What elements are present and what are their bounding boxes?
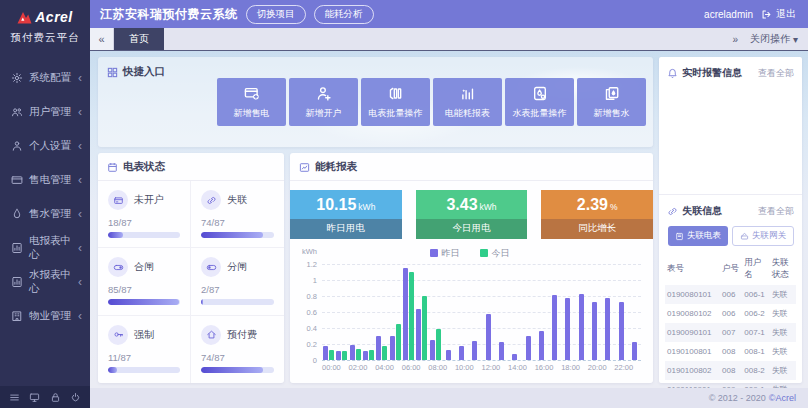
quick-button-label: 新增售水 <box>594 107 630 120</box>
status-value: 18/87 <box>108 217 180 228</box>
sidebar-item-electricity-report-center[interactable]: 电报表中心‹ <box>0 231 90 265</box>
offline-tab-offline-gateways[interactable]: 失联网关 <box>732 226 794 246</box>
taskbar-power-button[interactable] <box>70 392 81 403</box>
left-column: 快捷入口 新增售电新增开户电表批量操作电能耗报表水表批量操作新增售水 电表状态 … <box>98 57 653 383</box>
sidebar-item-system-config[interactable]: 系统配置‹ <box>0 61 90 95</box>
meter-status-panel: 电表状态 未开户18/87失联74/87合闸85/87分闸2/87强制11/87… <box>98 153 284 383</box>
status-label: 强制 <box>134 328 154 342</box>
energy-stat-2: 2.39%同比增长 <box>541 190 653 239</box>
logout-button[interactable]: 退出 <box>761 7 796 21</box>
x-tick-cell: 10:00 <box>455 360 474 372</box>
table-cell: 008 <box>720 342 742 361</box>
status-progress-fill <box>108 299 179 305</box>
status-progress-fill <box>201 367 263 373</box>
quick-button-label: 新增开户 <box>306 107 342 120</box>
energy-stat-unit: kWh <box>480 202 497 212</box>
status-progress-track <box>108 299 180 305</box>
offline-view-all-link[interactable]: 查看全部 <box>758 205 794 218</box>
taskbar-monitor-button[interactable] <box>29 392 40 403</box>
home-icon <box>206 329 217 340</box>
table-row: 0190100802008008-2失联 <box>665 361 796 380</box>
sidebar-item-label: 电报表中心 <box>29 234 72 262</box>
sidebar-item-property-management[interactable]: 物业管理‹ <box>0 299 90 333</box>
x-tick-label: 06:00 <box>402 363 421 372</box>
y-tick-label: 1.2 <box>307 260 317 269</box>
table-cell: 失联 <box>770 361 796 380</box>
acrel-logo-icon <box>17 11 32 24</box>
bottom-row: 电表状态 未开户18/87失联74/87合闸85/87分闸2/87强制11/87… <box>98 153 653 383</box>
quick-button-label: 水表批量操作 <box>513 107 567 120</box>
user-icon <box>11 140 23 152</box>
x-tick-cell: 16:00 <box>535 360 554 372</box>
table-cell: 失联 <box>770 323 796 342</box>
meter-mini-icon <box>675 232 684 241</box>
status-item-forced: 强制11/87 <box>98 316 191 383</box>
status-icon-wrap <box>108 325 128 345</box>
offline-tabs: 失联电表失联网关 <box>659 224 802 253</box>
logout-icon <box>761 9 772 20</box>
legend-item-0[interactable]: 昨日 <box>430 247 460 260</box>
tab-home[interactable]: 首页 <box>114 28 164 50</box>
table-cell: 007-1 <box>742 323 770 342</box>
x-tick-cell: 08:00 <box>428 360 447 372</box>
sidebar-item-water-report-center[interactable]: 水报表中心‹ <box>0 265 90 299</box>
legend-item-1[interactable]: 今日 <box>480 247 510 260</box>
x-tick-label: 20:00 <box>588 363 607 372</box>
table-cell: 失联 <box>770 342 796 361</box>
bar-group-09:00 <box>442 264 455 360</box>
bar-昨日-00:00 <box>323 346 328 360</box>
bar-group-05:00 <box>388 264 401 360</box>
users-icon <box>11 106 23 118</box>
offline-title: 失联信息 <box>682 204 722 218</box>
sidebar-taskbar <box>0 386 90 408</box>
quick-button-add-account[interactable]: 新增开户 <box>289 78 358 126</box>
bar-昨日-11:00 <box>472 341 477 360</box>
bar-昨日-09:00 <box>446 350 451 360</box>
sidebar-item-personal-settings[interactable]: 个人设置‹ <box>0 129 90 163</box>
status-progress-fill <box>108 232 123 238</box>
taskbar-lock-button[interactable] <box>50 392 61 403</box>
bar-今日-00:00 <box>329 350 334 360</box>
bar-groups <box>322 264 641 360</box>
bar-昨日-20:00 <box>592 302 597 360</box>
bar-昨日-14:00 <box>512 354 517 360</box>
quick-button-add-electricity-sale[interactable]: 新增售电 <box>217 78 286 126</box>
status-item-top: 合闸 <box>108 257 180 277</box>
x-tick-label: 10:00 <box>455 363 474 372</box>
header-pill-button-0[interactable]: 切换项目 <box>246 5 306 24</box>
sidebar-item-electricity-sale-management[interactable]: 售电管理‹ <box>0 163 90 197</box>
status-item-offline: 失联74/87 <box>191 181 284 248</box>
energy-stat-label: 昨日用电 <box>290 219 402 239</box>
header-pill-button-1[interactable]: 能耗分析 <box>314 5 374 24</box>
bar-group-15:00 <box>521 264 534 360</box>
taskbar-menu-button[interactable] <box>9 392 20 403</box>
bar-昨日-12:00 <box>486 314 491 360</box>
sidebar-item-water-sale-management[interactable]: 售水管理‹ <box>0 197 90 231</box>
status-value: 2/87 <box>201 284 274 295</box>
chart-legend: kWh 昨日今日 <box>298 246 641 260</box>
quick-button-water-meter-batch-ops[interactable]: 水表批量操作 <box>505 78 574 126</box>
quick-button-add-water-sale[interactable]: 新增售水 <box>577 78 646 126</box>
quick-button-electricity-energy-report[interactable]: 电能耗报表 <box>433 78 502 126</box>
bar-group-04:00 <box>375 264 388 360</box>
bar-group-10:00 <box>455 264 468 360</box>
sidebar-item-user-management[interactable]: 用户管理‹ <box>0 95 90 129</box>
bar-group-20:00 <box>588 264 601 360</box>
chevron-left-icon: ‹ <box>78 72 82 84</box>
alarm-view-all-link[interactable]: 查看全部 <box>758 67 794 80</box>
energy-stat-value: 2.39% <box>541 190 653 219</box>
quick-button-label: 新增售电 <box>234 107 270 120</box>
quick-buttons: 新增售电新增开户电表批量操作电能耗报表水表批量操作新增售水 <box>217 78 646 126</box>
chevron-left-icon: ‹ <box>78 208 82 220</box>
offline-tab-offline-meters[interactable]: 失联电表 <box>668 226 728 246</box>
bar-group-12:00 <box>482 264 495 360</box>
bar-昨日-06:00 <box>403 268 408 360</box>
bell-icon <box>667 68 678 79</box>
quick-button-meter-batch-ops[interactable]: 电表批量操作 <box>361 78 430 126</box>
close-operations-dropdown[interactable]: 关闭操作 ▾ <box>750 32 798 46</box>
chevron-down-icon: ▾ <box>793 34 798 45</box>
bar-group-03:00 <box>362 264 375 360</box>
tabs-collapse-button[interactable]: « <box>90 28 114 50</box>
tabs-expand-button[interactable]: » <box>732 34 738 45</box>
chart-plot <box>322 264 641 360</box>
